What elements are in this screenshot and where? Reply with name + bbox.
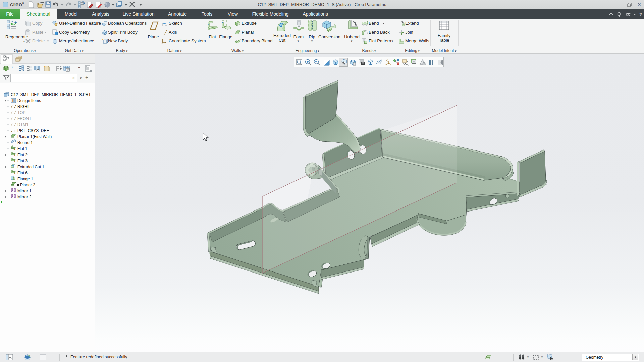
svg-text:?: ? xyxy=(639,12,642,17)
